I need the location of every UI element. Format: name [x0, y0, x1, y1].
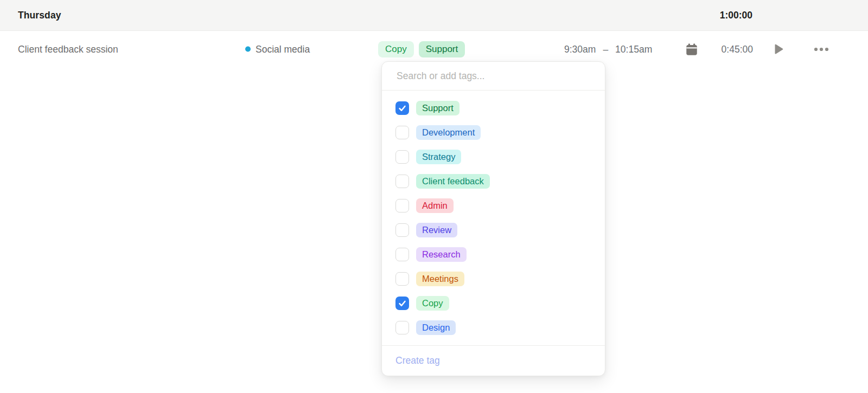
tag-option[interactable]: Development — [382, 120, 605, 145]
tag-pill: Design — [416, 320, 456, 335]
entry-duration[interactable]: 0:45:00 — [705, 43, 753, 55]
project-selector[interactable]: Social media — [245, 43, 310, 55]
time-separator: – — [603, 43, 608, 55]
create-tag-button[interactable]: Create tag — [395, 355, 440, 366]
tag-checkbox[interactable] — [395, 297, 409, 310]
tag-option[interactable]: Admin — [382, 194, 605, 218]
tag-pill: Strategy — [416, 150, 461, 164]
tag-checkbox[interactable] — [395, 150, 409, 164]
tag-checkbox[interactable] — [395, 248, 409, 261]
tag-option[interactable]: Client feedback — [382, 169, 605, 194]
tag-pill: Research — [416, 247, 467, 262]
entry-tag-pill[interactable]: Support — [419, 41, 465, 57]
tag-checkbox[interactable] — [395, 321, 409, 334]
tag-checkbox[interactable] — [395, 126, 409, 139]
tag-option[interactable]: Strategy — [382, 145, 605, 169]
tag-pill: Admin — [416, 198, 454, 213]
end-time[interactable]: 10:15am — [615, 43, 652, 55]
tag-checkbox[interactable] — [395, 223, 409, 237]
day-header: Thursday 1:00:00 — [0, 0, 868, 31]
tag-pill: Review — [416, 223, 457, 237]
time-range[interactable]: 9:30am – 10:15am — [564, 43, 652, 55]
tag-search-input[interactable] — [382, 62, 605, 91]
play-icon[interactable] — [774, 44, 783, 54]
tag-checkbox[interactable] — [395, 272, 409, 286]
tag-checkbox[interactable] — [395, 199, 409, 212]
tag-picker-dropdown: Support Development Strategy Client feed… — [381, 61, 605, 376]
tag-option[interactable]: Review — [382, 218, 605, 242]
project-name: Social media — [256, 43, 310, 55]
tag-pill: Meetings — [416, 272, 464, 286]
calendar-icon[interactable] — [685, 42, 699, 56]
project-color-dot — [245, 47, 251, 52]
tag-option[interactable]: Copy — [382, 291, 605, 315]
tag-option[interactable]: Research — [382, 242, 605, 267]
tag-option[interactable]: Meetings — [382, 267, 605, 291]
entry-title-field[interactable]: Client feedback session — [18, 43, 118, 55]
tag-checkbox[interactable] — [395, 175, 409, 188]
create-tag-row: Create tag — [382, 345, 605, 376]
tag-checkbox[interactable] — [395, 101, 409, 115]
entry-tags[interactable]: CopySupport — [378, 41, 465, 57]
tag-pill: Client feedback — [416, 174, 490, 189]
start-time[interactable]: 9:30am — [564, 43, 596, 55]
tag-list: Support Development Strategy Client feed… — [382, 91, 605, 345]
tag-option[interactable]: Design — [382, 315, 605, 340]
entry-tag-pill[interactable]: Copy — [378, 41, 414, 57]
tag-option[interactable]: Support — [382, 96, 605, 120]
tag-pill: Development — [416, 125, 481, 140]
day-label: Thursday — [18, 10, 61, 21]
ellipsis-icon[interactable] — [814, 44, 830, 55]
tag-pill: Copy — [416, 296, 449, 311]
day-total-duration: 1:00:00 — [720, 10, 752, 21]
tag-pill: Support — [416, 101, 459, 115]
